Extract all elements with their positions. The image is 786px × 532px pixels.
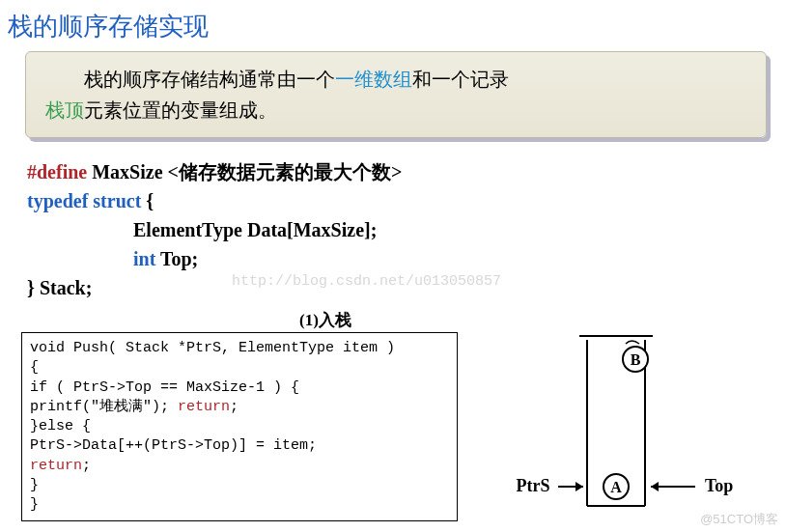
code-line: printf("堆栈满");	[30, 399, 178, 415]
note-text: 栈的顺序存储结构通常由一个一维数组和一个记录栈顶元素位置的变量组成。	[45, 64, 746, 126]
label-b: B	[631, 351, 641, 368]
struct-kw: struct	[88, 190, 141, 211]
svg-marker-9	[651, 482, 659, 491]
watermark-bottom: @51CTO博客	[700, 511, 778, 528]
code-line: ;	[230, 399, 239, 415]
top-label: Top	[705, 476, 733, 495]
typedef-kw: typedef	[27, 190, 88, 211]
field-data: ElementType Data[MaxSize];	[133, 219, 377, 240]
section-label: (1)入栈	[299, 309, 351, 331]
return-kw: return	[178, 399, 230, 415]
struct-close: } Stack;	[27, 277, 92, 298]
watermark-url: http://blog.csdn.net/u013050857	[232, 273, 501, 290]
code-line: }	[30, 476, 449, 495]
svg-marker-7	[575, 482, 583, 491]
stack-diagram: B A PtrS Top	[473, 332, 763, 525]
code-line: {	[30, 358, 449, 378]
note-box: 栈的顺序存储结构通常由一个一维数组和一个记录栈顶元素位置的变量组成。	[25, 51, 767, 138]
code-line: PtrS->Data[++(PtrS->Top)] = item;	[30, 436, 449, 456]
code-line: }	[30, 495, 449, 515]
define-kw: #define	[27, 161, 87, 182]
note-post: 元素位置的变量组成。	[84, 99, 277, 121]
ptrs-label: PtrS	[517, 476, 550, 495]
label-a: A	[610, 479, 622, 495]
code-line: }else {	[30, 417, 449, 436]
brace-open: {	[141, 190, 154, 211]
code-line: void Push( Stack *PtrS, ElementType item…	[30, 339, 449, 358]
code-line: if ( PtrS->Top == MaxSize-1 ) {	[30, 378, 449, 398]
field-top: Top;	[155, 248, 198, 269]
note-top: 栈顶	[45, 99, 84, 121]
note-pre: 栈的顺序存储结构通常由一个	[84, 69, 335, 90]
note-array: 一维数组	[335, 69, 412, 90]
push-code-block: void Push( Stack *PtrS, ElementType item…	[21, 332, 458, 521]
return-kw: return	[30, 458, 82, 474]
note-mid: 和一个记录	[412, 69, 509, 90]
code-line: ;	[82, 458, 91, 474]
define-rest: MaxSize <储存数据元素的最大个数>	[87, 161, 402, 182]
int-kw: int	[133, 248, 155, 269]
page-title: 栈的顺序存储实现	[0, 0, 786, 51]
